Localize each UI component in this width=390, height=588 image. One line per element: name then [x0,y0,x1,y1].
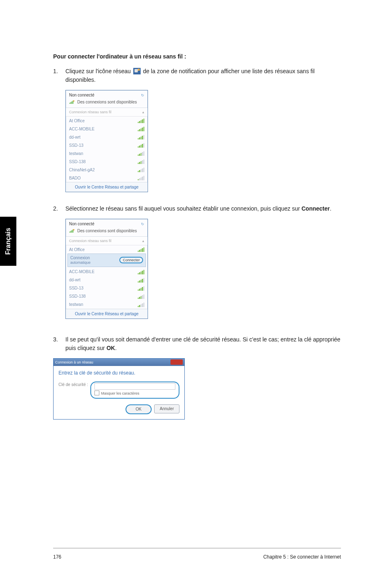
signal-bars-icon [138,302,144,307]
screenshot-security-key-dialog: Connexion à un réseau Entrez la clé de s… [53,358,185,420]
dialog-body: Entrez la clé de sécurité du réseau. Clé… [54,366,184,419]
wifi-name: SSD-13 [69,143,83,148]
security-key-label: Clé de sécurité : [58,382,88,387]
ok-button[interactable]: OK [126,404,152,414]
step-2-number: 2. [53,204,65,213]
signal-bars-icon [138,247,144,252]
wifi-network-item[interactable]: ChinaNet-gA2 [66,166,148,174]
wifi-name: dd-wrt [69,278,81,282]
ss2-link-text: Ouvrir le Centre Réseau et partage [75,312,139,316]
signal-bars-icon [138,294,144,299]
signal-bars-icon [138,126,144,131]
ss2-refresh-icon[interactable]: ↻ [141,222,144,226]
wifi-name: At Office [69,119,85,123]
wifi-name: SSD-138 [69,294,86,298]
screenshot-wifi-list: Non connecté ↻ Des connexions sont dispo… [65,90,148,192]
ss1-subheader: Connexion réseau sans fil ▴ [66,108,148,117]
step-2-pre: Sélectionnez le réseau sans fil auquel v… [65,205,301,212]
language-label: Français [4,228,12,255]
svg-rect-7 [72,230,72,233]
ss2-subheader: Connexion réseau sans fil ▴ [66,237,148,245]
security-key-input[interactable] [94,383,175,390]
signal-warning-icon [69,100,75,104]
ss2-available-row: Des connexions sont disponibles [66,228,148,237]
open-network-center-link[interactable]: Ouvrir le Centre Réseau et partage [66,309,148,319]
wifi-network-item[interactable]: testwan [66,149,148,157]
wifi-selected-header[interactable]: At Office [66,245,148,254]
ss1-link-text: Ouvrir le Centre Réseau et partage [75,185,139,189]
wifi-network-item[interactable]: SSD-138 [66,292,148,301]
wifi-network-item[interactable]: SSD-138 [66,157,148,166]
screenshot-wifi-connect: Non connecté ↻ Des connexions sont dispo… [65,219,148,319]
wifi-network-item[interactable]: At Office [66,117,148,125]
wifi-network-item[interactable]: BADO [66,174,148,182]
close-icon[interactable] [170,359,183,365]
network-tray-icon [133,68,141,74]
wifi-name: ChinaNet-gA2 [69,168,95,172]
step-1-pre: Cliquez sur l'icône réseau [65,68,132,74]
ss1-refresh-icon[interactable]: ↻ [141,93,144,97]
step-3: 3. Il se peut qu'il vous soit demandé d'… [53,335,341,352]
signal-bars-icon [138,151,144,156]
chevron-up-icon[interactable]: ▴ [142,239,144,243]
step-2-bold: Connecter [301,205,329,212]
connect-button[interactable]: Connecter [119,257,143,263]
chevron-up-icon[interactable]: ▴ [142,110,144,114]
signal-warning-icon [69,229,75,233]
dialog-prompt: Entrez la clé de sécurité du réseau. [58,370,179,376]
step-1-text: Cliquez sur l'icône réseau de la zone de… [65,67,341,84]
ss2-status: Non connecté [69,222,94,226]
step-3-bold: OK [106,345,115,351]
dialog-titlebar: Connexion à un réseau [54,359,184,366]
step-3-number: 3. [53,335,65,352]
hide-characters-checkbox[interactable]: Masquer les caractères [94,391,175,395]
auto-connect-line2: automatique [70,260,91,265]
language-side-tab: Français [0,217,16,266]
wifi-name: ACC-MOBILE [69,269,94,274]
signal-bars-icon [138,286,144,291]
svg-point-9 [73,229,75,231]
ss1-available-row: Des connexions sont disponibles [66,99,148,108]
svg-rect-0 [69,103,70,104]
section-heading: Pour connecter l'ordinateur à un réseau … [53,53,341,60]
signal-bars-icon [138,175,144,180]
wifi-name: SSD-13 [69,286,83,290]
security-key-field-group: Masquer les caractères [90,382,179,399]
signal-bars-icon [138,167,144,172]
wifi-name: ACC-MOBILE [69,127,94,131]
wifi-network-item[interactable]: SSD-13 [66,284,148,292]
signal-bars-icon [138,143,144,148]
cancel-button[interactable]: Annuler [154,404,179,413]
chapter-title: Chapitre 5 : Se connecter à Internet [263,554,341,560]
wifi-network-item[interactable]: ACC-MOBILE [66,125,148,133]
dialog-buttons: OK Annuler [58,404,179,414]
signal-bars-icon [138,135,144,139]
ss1-available-text: Des connexions sont disponibles [77,100,137,104]
step-3-post: . [115,345,117,351]
ss1-sub-text: Connexion réseau sans fil [69,110,112,114]
ss2-sub-text: Connexion réseau sans fil [69,239,112,243]
ok-button-label: OK [136,407,141,411]
open-network-center-link[interactable]: Ouvrir le Centre Réseau et partage [66,182,148,192]
svg-rect-5 [69,231,70,233]
wifi-network-item[interactable]: testwan [66,301,148,309]
hide-characters-label: Masquer les caractères [101,391,139,395]
step-3-text: Il se peut qu'il vous soit demandé d'ent… [65,335,341,352]
wifi-network-item[interactable]: dd-wrt [66,276,148,284]
ss1-status: Non connecté [69,93,94,97]
step-2-post: . [330,205,332,212]
page-content: Pour connecter l'ordinateur à un réseau … [53,53,341,420]
svg-rect-6 [71,231,72,233]
wifi-selected-name: At Office [69,247,85,252]
svg-rect-1 [71,102,72,104]
step-2: 2. Sélectionnez le réseau sans fil auque… [53,204,341,213]
ss2-header: Non connecté ↻ [66,219,148,228]
signal-bars-icon [138,118,144,123]
wifi-name: testwan [69,302,83,307]
svg-point-4 [73,100,75,102]
wifi-network-item[interactable]: dd-wrt [66,133,148,141]
wifi-network-item[interactable]: ACC-MOBILE [66,268,148,276]
footer-divider [53,548,341,548]
wifi-name: SSD-138 [69,159,86,164]
wifi-network-item[interactable]: SSD-13 [66,141,148,149]
